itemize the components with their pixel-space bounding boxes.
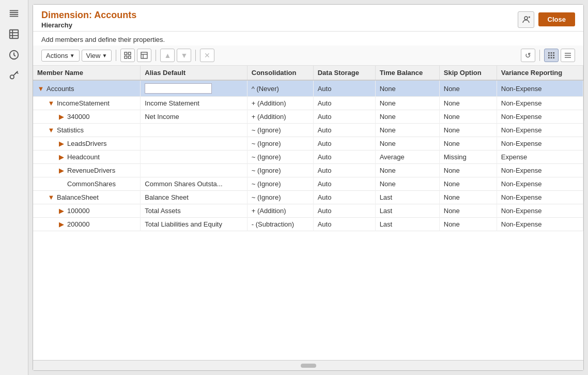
grid-view-icon-button[interactable] [544,49,559,62]
table-row[interactable]: ▶340000Net Income+ (Addition)AutoNoneNon… [33,110,583,124]
view-button[interactable]: View ▼ [82,50,112,62]
cell-member-name: ▶Headcount [33,151,141,164]
collapse-icon-button[interactable] [137,49,151,62]
separator-1 [116,50,116,61]
svg-rect-20 [141,52,147,58]
expand-right-icon[interactable]: ▶ [58,154,65,161]
svg-rect-25 [553,52,554,54]
cell-skip-option: None [439,218,497,231]
cell-variance: Non-Expense [497,177,583,191]
svg-rect-30 [551,57,552,58]
cell-member-name: ▼Statistics [33,124,141,137]
sidebar-key-icon[interactable] [4,66,24,85]
scroll-indicator [301,364,316,368]
cell-consolidation: ~ (Ignore) [247,177,313,191]
cell-alias[interactable] [141,80,247,97]
svg-rect-26 [548,55,550,56]
member-name-text: IncomeStatement [57,99,110,107]
expand-down-icon[interactable]: ▼ [37,85,44,92]
cell-variance: Non-Expense [497,124,583,137]
cell-skip-option: None [439,80,497,97]
toolbar-right: ↺ [521,49,575,62]
table-row[interactable]: ▼BalanceSheetBalance Sheet~ (Ignore)Auto… [33,191,583,204]
cell-consolidation: + (Addition) [247,110,313,124]
cell-time-balance: None [375,110,439,124]
sidebar-table-icon[interactable] [4,25,24,43]
expand-right-icon[interactable]: ▶ [58,207,65,215]
svg-point-13 [524,17,528,20]
cell-time-balance: None [375,124,439,137]
bottom-scrollbar[interactable] [33,360,583,370]
expand-down-icon[interactable]: ▼ [48,100,55,107]
table-row[interactable]: ▶100000Total Assets+ (Addition)AutoLastN… [33,204,583,218]
cell-data-storage: Auto [313,218,375,231]
view-chevron-icon: ▼ [102,53,107,58]
table-row[interactable]: ▶Headcount~ (Ignore)AutoAverageMissingEx… [33,151,583,164]
table-row[interactable]: ▶RevenueDrivers~ (Ignore)AutoNoneNoneNon… [33,164,583,177]
cell-data-storage: Auto [313,151,375,164]
table-row[interactable]: ▶LeadsDrivers~ (Ignore)AutoNoneNoneNon-E… [33,137,583,151]
page-title: Dimension: Accounts [41,10,136,21]
svg-rect-28 [553,55,554,56]
table-row[interactable]: ▼IncomeStatementIncome Statement+ (Addit… [33,97,583,110]
svg-rect-4 [10,30,19,39]
view-label: View [86,52,101,59]
cell-alias [141,151,247,164]
table-row[interactable]: ▶200000Total Liabilities and Equity- (Su… [33,218,583,231]
cell-alias: Net Income [141,110,247,124]
cell-skip-option: None [439,137,497,151]
cell-time-balance: None [375,80,439,97]
member-name-text: Accounts [47,85,74,93]
actions-label: Actions [46,52,68,59]
expand-right-icon[interactable]: ▶ [58,113,65,121]
refresh-icon-button[interactable]: ↺ [521,49,535,62]
expand-down-icon[interactable]: ▼ [48,127,55,134]
main-panel: Dimension: Accounts Hierarchy Close Add … [33,4,584,371]
cell-consolidation: + (Addition) [247,97,313,110]
member-name-text: 100000 [67,207,89,215]
alias-input[interactable] [145,83,212,94]
svg-point-9 [10,75,14,79]
sidebar-list-icon[interactable] [4,4,24,23]
expand-right-icon[interactable]: ▶ [58,221,65,228]
cell-alias: Balance Sheet [141,191,247,204]
expand-right-icon[interactable]: ▶ [58,140,65,147]
cell-data-storage: Auto [313,124,375,137]
table-header-row: Member Name Alias Default Consolidation … [33,66,583,80]
svg-rect-18 [125,56,127,58]
cell-time-balance: Last [375,218,439,231]
expand-down-icon[interactable]: ▼ [48,194,55,201]
move-down-icon-button[interactable]: ▼ [177,49,191,62]
expand-right-icon[interactable]: ▶ [58,167,65,174]
member-name-text: RevenueDrivers [67,167,115,174]
cell-data-storage: Auto [313,110,375,124]
cell-alias: Common Shares Outsta... [141,177,247,191]
list-view-icon-button[interactable] [561,49,575,62]
table-row[interactable]: ▼Statistics~ (Ignore)AutoNoneNoneNon-Exp… [33,124,583,137]
cell-member-name: ▶100000 [33,204,141,218]
user-icon-button[interactable] [518,11,534,28]
cell-variance: Expense [497,151,583,164]
cell-data-storage: Auto [313,137,375,151]
cell-data-storage: Auto [313,80,375,97]
delete-icon-button[interactable]: ✕ [200,49,214,62]
table-row[interactable]: ▼Accounts^ (Never)AutoNoneNoneNon-Expens… [33,80,583,97]
cell-consolidation: ^ (Never) [247,80,313,97]
svg-rect-16 [125,52,127,55]
member-name-text: CommonShares [67,180,116,188]
actions-button[interactable]: Actions ▼ [41,50,80,62]
table-row[interactable]: CommonSharesCommon Shares Outsta...~ (Ig… [33,177,583,191]
close-button[interactable]: Close [538,12,575,26]
sidebar-clock-icon[interactable] [4,46,24,64]
cell-time-balance: Average [375,151,439,164]
move-up-icon-button[interactable]: ▲ [160,49,175,62]
col-data-storage: Data Storage [313,66,375,80]
expand-icon-button[interactable] [120,49,135,62]
cell-time-balance: None [375,137,439,151]
member-name-text: 340000 [67,113,89,121]
cell-variance: Non-Expense [497,137,583,151]
cell-skip-option: None [439,204,497,218]
cell-skip-option: None [439,191,497,204]
cell-member-name: ▶340000 [33,110,141,124]
cell-consolidation: + (Addition) [247,204,313,218]
